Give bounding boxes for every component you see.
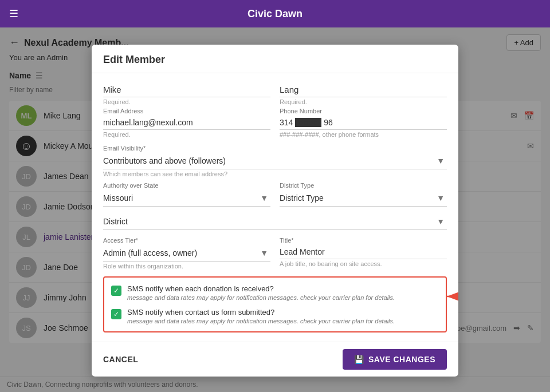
district-type-label: District Type bbox=[280, 182, 447, 189]
edit-member-modal: Edit Member Required. Required. bbox=[92, 45, 458, 377]
last-name-input[interactable] bbox=[280, 82, 447, 97]
phone-hint: ###-###-####, other phone formats bbox=[280, 131, 447, 138]
sms-section: ✓ SMS notify when each donation is recei… bbox=[103, 276, 447, 332]
district-type-group: District Type District Type County City … bbox=[280, 182, 447, 207]
modal-title: Edit Member bbox=[92, 45, 458, 73]
authority-select[interactable]: Missouri Illinois Kansas bbox=[103, 190, 270, 206]
district-type-select-wrapper: District Type County City ▼ bbox=[280, 190, 447, 207]
email-visibility-select[interactable]: Contributors and above (followers) All m… bbox=[103, 153, 447, 169]
phone-label: Phone Number bbox=[280, 108, 447, 114]
hamburger-icon[interactable]: ☰ bbox=[9, 7, 18, 20]
modal-footer: CANCEL 💾 SAVE CHANGES bbox=[92, 342, 458, 377]
authority-select-wrapper: Missouri Illinois Kansas ▼ bbox=[103, 190, 270, 207]
district-select-wrapper: District District 1 District 2 ▼ bbox=[103, 213, 447, 230]
cancel-button[interactable]: CANCEL bbox=[103, 355, 138, 364]
first-name-input[interactable] bbox=[103, 82, 270, 97]
save-button[interactable]: 💾 SAVE CHANGES bbox=[343, 349, 447, 370]
phone-group: Phone Number 314 ●●●● 96 ###-###-####, o… bbox=[280, 108, 447, 138]
email-visibility-select-wrapper: Contributors and above (followers) All m… bbox=[103, 153, 447, 169]
access-tier-select-wrapper: Admin (full access, owner) Contributor F… bbox=[103, 245, 270, 262]
district-type-select[interactable]: District Type County City bbox=[280, 190, 447, 206]
email-visibility-group: Email Visibility* Contributors and above… bbox=[103, 145, 447, 177]
authority-label: Authority over State bbox=[103, 182, 270, 189]
sms-donation-checkbox[interactable]: ✓ bbox=[111, 286, 121, 296]
email-visibility-label: Email Visibility* bbox=[103, 145, 447, 152]
district-group: District District 1 District 2 ▼ bbox=[103, 213, 447, 230]
sms-contact-checkbox[interactable]: ✓ bbox=[111, 309, 121, 319]
access-tier-group: Access Tier* Admin (full access, owner) … bbox=[103, 237, 270, 270]
last-name-required: Required. bbox=[280, 98, 447, 105]
first-name-field: Required. bbox=[103, 82, 270, 105]
access-tier-select[interactable]: Admin (full access, owner) Contributor F… bbox=[103, 245, 270, 261]
email-group: Email Address Required. bbox=[103, 108, 270, 138]
phone-suffix: 96 bbox=[324, 118, 333, 127]
access-tier-hint: Role within this organization. bbox=[103, 263, 270, 270]
save-icon: 💾 bbox=[354, 355, 364, 364]
authority-group: Authority over State Missouri Illinois K… bbox=[103, 182, 270, 207]
main-content: + Add ← Nexul Academy Memb... You are an… bbox=[0, 27, 550, 392]
email-label: Email Address bbox=[103, 108, 270, 114]
save-label: SAVE CHANGES bbox=[368, 355, 435, 364]
last-name-field: Required. bbox=[280, 82, 447, 105]
sms-contact-label: SMS notify when contact us form submitte… bbox=[127, 308, 395, 316]
email-required: Required. bbox=[103, 131, 270, 138]
sms-donation-item: ✓ SMS notify when each donation is recei… bbox=[111, 284, 439, 301]
sms-contact-item: ✓ SMS notify when contact us form submit… bbox=[111, 308, 439, 324]
title-hint: A job title, no bearing on site access. bbox=[280, 260, 447, 267]
first-name-required: Required. bbox=[103, 98, 270, 105]
modal-body: Required. Required. Email Address Requir… bbox=[92, 73, 458, 342]
title-input[interactable] bbox=[280, 245, 447, 259]
title-label: Title* bbox=[280, 237, 447, 244]
title-group: Title* A job title, no bearing on site a… bbox=[280, 237, 447, 270]
phone-redacted: ●●●● bbox=[295, 118, 321, 127]
district-select[interactable]: District District 1 District 2 bbox=[103, 213, 447, 229]
email-visibility-hint: Which members can see the email address? bbox=[103, 171, 447, 177]
sms-donation-label: SMS notify when each donation is receive… bbox=[127, 284, 395, 293]
access-tier-label: Access Tier* bbox=[103, 237, 270, 244]
app-title: Civic Dawn bbox=[247, 8, 302, 20]
top-bar: ☰ Civic Dawn bbox=[0, 0, 550, 27]
phone-prefix: 314 bbox=[280, 118, 293, 127]
sms-donation-hint: message and data rates may apply for not… bbox=[127, 294, 395, 301]
modal-overlay: Edit Member Required. Required. bbox=[0, 27, 550, 392]
sms-contact-hint: message and data rates may apply for not… bbox=[127, 318, 395, 324]
email-input[interactable] bbox=[103, 116, 270, 130]
